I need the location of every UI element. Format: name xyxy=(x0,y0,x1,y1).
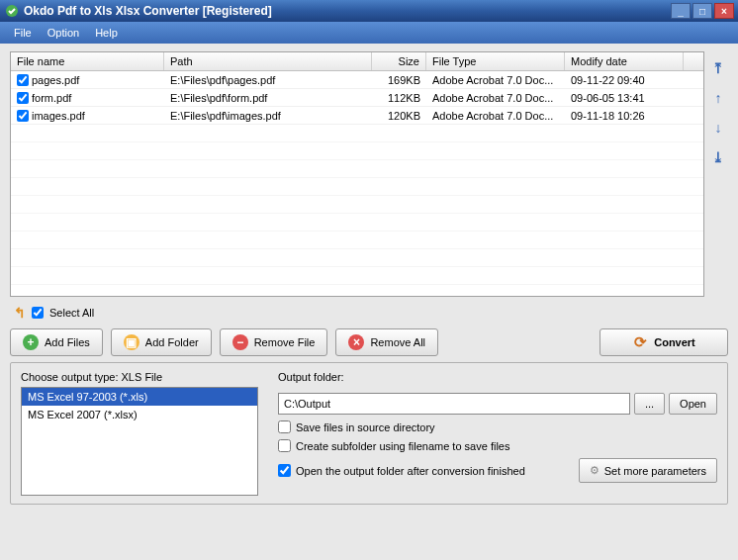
menu-option[interactable]: Option xyxy=(40,24,87,42)
cell-path: E:\Files\pdf\form.pdf xyxy=(164,91,372,105)
table-body: pages.pdf E:\Files\pdf\pages.pdf 169KB A… xyxy=(11,71,703,297)
table-row[interactable]: pages.pdf E:\Files\pdf\pages.pdf 169KB A… xyxy=(11,71,703,89)
cell-size: 120KB xyxy=(372,109,426,123)
file-table: File name Path Size File Type Modify dat… xyxy=(10,51,704,297)
output-type-listbox[interactable]: MS Excel 97-2003 (*.xls) MS Excel 2007 (… xyxy=(21,387,258,496)
output-folder-input[interactable] xyxy=(278,393,630,415)
select-all-label: Select All xyxy=(49,307,94,319)
list-item[interactable]: MS Excel 97-2003 (*.xls) xyxy=(22,388,257,406)
open-button[interactable]: Open xyxy=(669,393,717,415)
cell-filename: pages.pdf xyxy=(32,74,79,86)
add-folder-button[interactable]: ▣Add Folder xyxy=(111,328,212,356)
menu-help[interactable]: Help xyxy=(87,24,126,42)
move-top-button[interactable]: ⤒ xyxy=(709,59,727,77)
titlebar: Okdo Pdf to Xls Xlsx Converter [Register… xyxy=(0,0,738,22)
cell-size: 112KB xyxy=(372,91,426,105)
folder-icon: ▣ xyxy=(124,334,139,350)
cell-filetype: Adobe Acrobat 7.0 Doc... xyxy=(426,91,565,105)
move-down-button[interactable]: ↓ xyxy=(709,119,727,137)
col-header-filename[interactable]: File name xyxy=(11,52,164,70)
row-checkbox[interactable] xyxy=(17,110,29,122)
maximize-button[interactable]: □ xyxy=(692,3,712,19)
col-header-filetype[interactable]: File Type xyxy=(426,52,565,70)
move-bottom-button[interactable]: ⤓ xyxy=(709,148,727,166)
checkbox-label: Save files in source directory xyxy=(296,421,435,433)
save-source-checkbox[interactable] xyxy=(278,420,291,433)
gear-icon: ⚙ xyxy=(590,464,600,477)
set-more-parameters-button[interactable]: ⚙Set more parameters xyxy=(579,458,717,483)
cell-size: 169KB xyxy=(372,73,426,87)
cell-date: 09-11-22 09:40 xyxy=(565,73,684,87)
minus-icon: − xyxy=(232,334,248,350)
cell-filename: form.pdf xyxy=(32,92,71,104)
col-header-path[interactable]: Path xyxy=(164,52,372,70)
convert-button[interactable]: ⟳Convert xyxy=(600,328,728,356)
menu-file[interactable]: File xyxy=(6,24,40,42)
reorder-buttons: ⤒ ↑ ↓ ⤓ xyxy=(708,51,728,297)
minimize-button[interactable]: _ xyxy=(671,3,691,19)
app-icon xyxy=(4,3,20,19)
cell-date: 09-06-05 13:41 xyxy=(565,91,684,105)
plus-icon: + xyxy=(23,334,39,350)
convert-icon: ⟳ xyxy=(632,334,648,350)
remove-file-button[interactable]: −Remove File xyxy=(220,328,328,356)
cell-filetype: Adobe Acrobat 7.0 Doc... xyxy=(426,73,565,87)
select-all-checkbox[interactable] xyxy=(32,307,44,319)
checkbox-label: Open the output folder after conversion … xyxy=(296,465,525,477)
table-row[interactable]: images.pdf E:\Files\pdf\images.pdf 120KB… xyxy=(11,107,703,125)
list-item[interactable]: MS Excel 2007 (*.xlsx) xyxy=(22,406,257,423)
row-checkbox[interactable] xyxy=(17,74,29,86)
subfolder-checkbox[interactable] xyxy=(278,439,291,452)
checkbox-label: Create subfolder using filename to save … xyxy=(296,440,509,452)
output-type-label: Choose output type: XLS File xyxy=(21,371,258,383)
col-header-modifydate[interactable]: Modify date xyxy=(565,52,684,70)
add-files-button[interactable]: +Add Files xyxy=(10,328,103,356)
window-title: Okdo Pdf to Xls Xlsx Converter [Register… xyxy=(24,4,669,18)
empty-rows xyxy=(11,125,703,297)
cell-date: 09-11-18 10:26 xyxy=(565,109,684,123)
remove-all-button[interactable]: ×Remove All xyxy=(335,328,438,356)
move-up-button[interactable]: ↑ xyxy=(709,89,727,107)
table-row[interactable]: form.pdf E:\Files\pdf\form.pdf 112KB Ado… xyxy=(11,89,703,107)
menubar: File Option Help xyxy=(0,22,738,44)
x-icon: × xyxy=(348,334,364,350)
output-folder-label: Output folder: xyxy=(278,371,717,383)
table-header: File name Path Size File Type Modify dat… xyxy=(11,52,703,71)
close-button[interactable]: × xyxy=(714,3,734,19)
cell-path: E:\Files\pdf\images.pdf xyxy=(164,109,372,123)
row-checkbox[interactable] xyxy=(17,92,29,104)
up-folder-icon[interactable]: ↰ xyxy=(14,305,26,321)
cell-filename: images.pdf xyxy=(32,110,85,122)
col-header-size[interactable]: Size xyxy=(372,52,426,70)
open-after-checkbox[interactable] xyxy=(278,464,291,477)
browse-button[interactable]: ... xyxy=(634,393,665,415)
cell-filetype: Adobe Acrobat 7.0 Doc... xyxy=(426,109,565,123)
cell-path: E:\Files\pdf\pages.pdf xyxy=(164,73,372,87)
